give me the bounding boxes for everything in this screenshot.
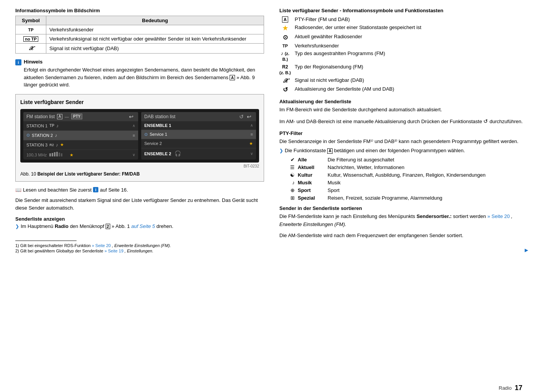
- fm-station-2: ⊙ STATION 2 ♪ ≡: [23, 131, 138, 140]
- next-page-arrow[interactable]: ▶: [279, 247, 528, 253]
- sortieren-link[interactable]: » Seite 20: [487, 213, 510, 219]
- pty-spezial-name: Spezial: [298, 195, 325, 201]
- symbol-a: A: [279, 16, 291, 23]
- sender-box: Liste verfügbarer Sender FM station list…: [15, 94, 264, 182]
- sortieren-text1: Die FM-Senderliste kann je nach Einstell…: [279, 213, 528, 229]
- pty-alle-name: Alle: [298, 157, 325, 163]
- fm-station-1-name: STATION 1: [26, 124, 47, 128]
- svg-rect-5: [61, 153, 62, 156]
- symbol-notp-desc: Verkehrsfunksignal ist nicht verfügbar o…: [46, 34, 264, 44]
- fm-freq: 100,3 MHz: [26, 153, 47, 157]
- fm-station-3-name: STATION 3: [26, 143, 47, 147]
- symbol-circle: ⊙: [279, 34, 291, 41]
- scroll-down-arrow: ∨: [132, 153, 135, 157]
- symbol-refresh: ↺: [279, 86, 291, 93]
- aktualisierung-text2: Im AM- und DAB-Bereich ist eine manuelle…: [279, 117, 528, 126]
- fm-panel-header: FM station list A — PTY ↩: [23, 112, 138, 121]
- radio-ui: FM station list A — PTY ↩ STATION 1 TP ♪: [20, 109, 259, 163]
- symbol-star-desc: Radiosender, der unter einer Stationstas…: [295, 24, 421, 30]
- symbol-row-r2: R2 (z. B.) Typ der Regionalsendung (FM): [279, 64, 528, 75]
- fm-station-list-label: FM station list: [26, 114, 55, 119]
- badge-a-hinweis: A: [230, 75, 235, 80]
- fm-panel: FM station list A — PTY ↩ STATION 1 TP ♪: [23, 112, 138, 159]
- symbol-row-tp: TP Verkehrsfunksender: [279, 43, 528, 49]
- fm-station-1-right: ∧: [132, 124, 135, 128]
- fm-station-1-note: ♪: [56, 123, 59, 128]
- col-symbol: Symbol: [16, 16, 46, 25]
- left-column: Informationssymbole im Bildschirm Symbol…: [15, 8, 264, 254]
- caption-bold: Beispiel der Liste verfügbarer Sender: F…: [38, 171, 140, 177]
- pty-musik: ♪ Musik Musik: [279, 180, 528, 185]
- dab-header-left: DAB station list: [144, 114, 175, 119]
- symbol-row-refresh: ↺ Aktualisierung der Senderliste (AM und…: [279, 86, 528, 93]
- dab-scroll-down: ∨: [250, 151, 253, 156]
- next-arrow-icon: ▶: [525, 247, 528, 253]
- book-icon: 📖: [15, 187, 21, 193]
- dab-scroll-up: ∧: [250, 123, 253, 127]
- page-number-row: Radio 17: [499, 384, 522, 392]
- symbol-a-desc: PTY-Filter (FM und DAB): [295, 16, 350, 22]
- symbol-x-desc: Signal ist nicht verfügbar (DAB): [46, 44, 264, 54]
- fm-station-3-note: ♪: [56, 142, 58, 148]
- info-badge-read: i: [93, 187, 98, 192]
- symbol-row-a: A PTY-Filter (FM und DAB): [279, 16, 528, 23]
- pty-sport-desc: Sport: [328, 187, 528, 193]
- sender-desc: Die Sender mit ausreichend starkem Signa…: [15, 197, 264, 213]
- dab-ensemble-2-name: ENSEMBLE 2: [144, 151, 171, 156]
- pty-arrow-item: ❯ Die Funktionstaste A betätigen und ein…: [279, 148, 528, 154]
- hinweis-text: Erfolgt ein durchgehender Wechsel eines …: [24, 66, 264, 89]
- dab-header-right: ↺ ↩: [239, 114, 253, 120]
- dab-lines-icon: ≡: [251, 132, 253, 137]
- pty-sport-icon: ⊕: [279, 187, 295, 193]
- symbol-circle-desc: Aktuell gewählter Radiosender: [295, 34, 362, 39]
- senderliste-text: Im Hauptmenü Radio den Menüknopf 2 » Abb…: [21, 223, 173, 229]
- dab-service-2-star: ★: [249, 141, 253, 146]
- hinweis-box: i Hinweis Erfolgt ein durchgehender Wech…: [15, 59, 264, 89]
- symbol-tp-right: TP: [279, 43, 291, 49]
- symbol-row-star: ★ Radiosender, der unter einer Stationst…: [279, 24, 528, 32]
- pty-musik-name: Musik: [298, 180, 325, 185]
- dab-ensemble-2-left: ENSEMBLE 2 🎧: [144, 150, 181, 156]
- pty-spezial: ⊞ Spezial Reisen, Freizeit, soziale Prog…: [279, 195, 528, 201]
- dab-panel-header: DAB station list ↺ ↩: [141, 112, 256, 121]
- pty-arrow-icon: ❯: [279, 148, 283, 153]
- footnote-1-link[interactable]: » Seite 20: [92, 243, 111, 248]
- fm-station-2-circle: ⊙: [26, 133, 30, 138]
- fm-station-3-r2: R2: [49, 143, 54, 147]
- senderliste-item: ❯ Im Hauptmenü Radio den Menüknopf 2 » A…: [15, 223, 264, 229]
- pty-kultur-icon: ☯: [279, 172, 295, 178]
- dab-back-btn[interactable]: ↩: [245, 114, 253, 120]
- symbol-row-circle: ⊙ Aktuell gewählter Radiosender: [279, 34, 528, 41]
- fm-freq-right: ∨: [132, 152, 135, 157]
- symbol-tp-desc: Verkehrsfunksender: [46, 25, 264, 34]
- aktualisierung-heading: Aktualisierung der Senderliste: [279, 99, 528, 104]
- fm-freq-left: 100,3 MHz: [26, 152, 73, 158]
- symbol-music: ♪ (z. B.): [279, 50, 291, 62]
- pty-musik-desc: Musik: [328, 180, 528, 185]
- symbol-music-desc: Typ des ausgestrahlten Programms (FM): [295, 50, 385, 56]
- fm-freq-bars: [49, 153, 70, 157]
- dab-ensemble-1-name: ENSEMBLE 1: [144, 123, 171, 128]
- info-symbols-table: Symbol Bedeutung TP Verkehrsfunksender n…: [15, 16, 264, 54]
- dab-service-1-circle: ⊙: [144, 132, 148, 137]
- fm-freq-star: ★: [70, 153, 73, 157]
- symbol-notp: no TP: [16, 34, 46, 44]
- fm-back-btn[interactable]: ↩: [127, 114, 135, 120]
- footnote-1: 1) Gilt bei eingeschalteter RDS-Funktion…: [15, 243, 264, 248]
- refresh-inline-icon: ↺: [483, 118, 489, 124]
- fm-lines-icon: ≡: [133, 133, 135, 138]
- pty-aktuell: ☰ Aktuell Nachrichten, Wetter, Informati…: [279, 164, 528, 170]
- symbol-x-right: 𝒳: [279, 77, 291, 84]
- scroll-up-arrow: ∧: [132, 124, 135, 128]
- fm-dash: —: [65, 114, 69, 119]
- table-row: TP Verkehrsfunksender: [16, 25, 264, 34]
- symbol-r2-desc: Typ der Regionalsendung (FM): [295, 64, 363, 70]
- dab-refresh-icon: ↺: [239, 114, 244, 120]
- pty-alle: ✔ Alle Die Filterung ist ausgeschaltet: [279, 157, 528, 163]
- senderliste-heading: Senderliste anzeigen: [15, 216, 264, 222]
- hinweis-icon: i: [15, 59, 21, 65]
- footnote-2-link[interactable]: » Seite 19: [104, 249, 124, 253]
- arrow-icon: ❯: [15, 224, 19, 229]
- dab-ensemble-1-right: ∧: [250, 123, 253, 127]
- symbol-star: ★: [279, 24, 291, 32]
